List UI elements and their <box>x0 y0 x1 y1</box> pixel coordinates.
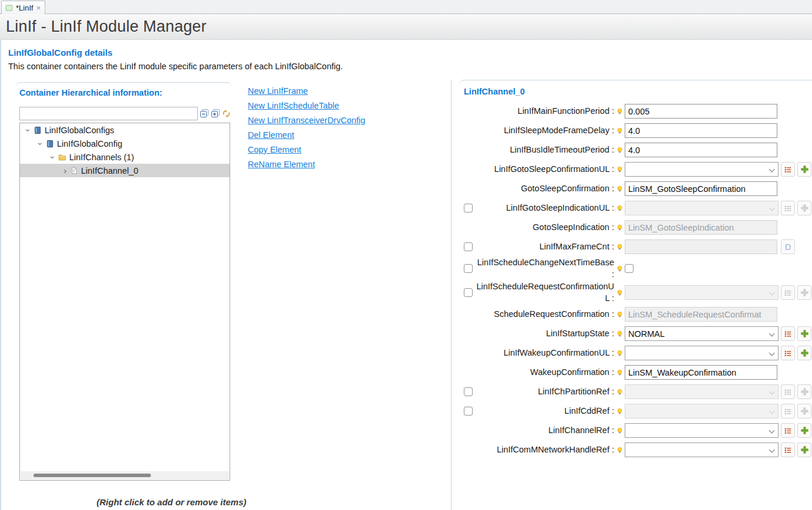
default-value-button[interactable]: D <box>781 239 795 254</box>
button-slot <box>797 162 811 177</box>
field-label: LinIfWakeupConfirmationUL : <box>474 347 614 359</box>
action-link-new-liniftransceiverdrvconfig[interactable]: New LinIfTransceiverDrvConfig <box>248 113 365 128</box>
field-row-linifsleepmodeframedelay: LinIfSleepModeFrameDelay : <box>459 121 812 140</box>
list-icon <box>784 166 792 174</box>
field-enable-checkbox[interactable] <box>464 264 473 273</box>
browse-list-button[interactable] <box>781 162 795 177</box>
field-input[interactable] <box>625 104 777 119</box>
field-label: LinIfMainFunctionPeriod : <box>474 106 614 117</box>
field-dropdown <box>625 404 779 418</box>
scrollbar-thumb[interactable] <box>33 474 151 477</box>
add-reference-button[interactable] <box>797 326 811 341</box>
browse-list-button <box>781 404 795 418</box>
field-enable-checkbox[interactable] <box>464 242 473 251</box>
chevron-down-icon <box>769 389 775 395</box>
default-button-label: D <box>785 242 791 252</box>
list-icon <box>784 388 792 396</box>
field-row-linifmainfunctionperiod: LinIfMainFunctionPeriod : <box>459 102 812 121</box>
add-reference-button[interactable] <box>797 443 811 457</box>
editor-tab-bar: *LinIf × <box>0 0 812 14</box>
action-link-new-linifframe[interactable]: New LinIfFrame <box>248 84 308 99</box>
plus-icon <box>800 204 809 212</box>
action-link-copy-element[interactable]: Copy Element <box>248 143 301 157</box>
field-row-linifgotosleepconfirmationul: LinIfGotoSleepConfirmationUL : <box>459 160 812 179</box>
field-label: LinIfGotoSleepConfirmationUL : <box>474 164 614 175</box>
browse-list-button <box>781 201 795 215</box>
hint-bulb-icon <box>614 369 625 377</box>
section-description: This container containers the LinIf modu… <box>8 62 343 71</box>
boolean-value-checkbox[interactable] <box>625 264 634 273</box>
field-row-linifschedulerequestconfirmationul: LinIfScheduleRequestConfirmationUL : <box>459 281 812 305</box>
context-menu-hint: (Right click to add or remove items) <box>25 497 318 507</box>
field-label: LinIfComMNetworkHandleRef : <box>474 444 614 456</box>
chevron-down-icon <box>769 290 775 296</box>
field-row-linifgotosleepindicationul: LinIfGotoSleepIndicationUL : <box>459 198 812 218</box>
plus-icon <box>800 445 809 454</box>
field-label: WakeupConfirmation : <box>474 367 614 379</box>
button-slot <box>797 423 811 438</box>
hint-bulb-icon <box>614 447 625 454</box>
field-enable-checkbox[interactable] <box>464 407 473 416</box>
field-input[interactable] <box>625 143 777 157</box>
field-label: LinIfScheduleRequestConfirmationUL : <box>474 281 614 304</box>
field-input[interactable] <box>625 181 777 196</box>
tree-item-linifglobalconfigs[interactable]: ›LinIfGlobalConfigs <box>20 123 230 137</box>
action-link-del-element[interactable]: Del Element <box>248 128 294 143</box>
add-reference-button[interactable] <box>797 346 811 360</box>
field-control <box>625 346 779 360</box>
chevron-down-icon[interactable]: › <box>23 126 33 135</box>
field-dropdown[interactable] <box>625 346 779 360</box>
browse-list-button[interactable] <box>781 443 795 457</box>
horizontal-scrollbar[interactable] <box>21 471 229 479</box>
button-slot <box>797 285 811 300</box>
field-enable-checkbox[interactable] <box>464 387 473 396</box>
tree-item-label: LinIfGlobalConfigs <box>45 126 114 135</box>
field-input[interactable] <box>625 123 777 138</box>
field-dropdown[interactable] <box>625 423 779 438</box>
field-dropdown[interactable]: NORMAL <box>625 326 779 341</box>
browse-list-button[interactable] <box>781 423 795 438</box>
field-enable-checkbox[interactable] <box>464 288 473 297</box>
enable-checkbox-slot <box>459 387 474 396</box>
browse-list-button[interactable] <box>781 346 795 360</box>
tree-item-label: LinIfChannel_0 <box>81 166 139 175</box>
chevron-down-icon <box>769 205 775 211</box>
close-icon[interactable]: × <box>36 4 41 12</box>
action-link-new-linifscheduletable[interactable]: New LinIfScheduleTable <box>248 99 339 113</box>
action-links: New LinIfFrameNew LinIfScheduleTableNew … <box>248 84 450 172</box>
enable-checkbox-slot <box>459 407 474 416</box>
expand-all-icon[interactable] <box>210 109 220 119</box>
button-slot <box>797 201 811 215</box>
panel-divider <box>451 80 452 510</box>
field-input <box>625 307 777 322</box>
field-row-linifchpartitionref: LinIfChPartitionRef : <box>459 382 812 401</box>
tree-item-linifchannels-1[interactable]: ›LinIfChannels (1) <box>20 150 230 164</box>
action-link-rename-element[interactable]: ReName Element <box>248 157 315 172</box>
add-reference-button <box>797 384 811 399</box>
collapse-all-icon[interactable] <box>199 109 209 119</box>
chevron-down-icon <box>769 167 775 173</box>
field-enable-checkbox[interactable] <box>464 204 473 212</box>
add-reference-button[interactable] <box>797 162 811 177</box>
add-reference-button[interactable] <box>797 423 811 438</box>
refresh-icon[interactable] <box>221 109 231 119</box>
enable-checkbox-slot <box>459 264 474 273</box>
field-label: LinIfBusIdleTimeoutPeriod : <box>474 144 614 156</box>
button-slot <box>781 423 795 438</box>
tab-linif[interactable]: *LinIf × <box>1 1 45 14</box>
chevron-down-icon[interactable]: › <box>48 153 58 162</box>
hint-bulb-icon <box>614 205 625 212</box>
plus-icon <box>800 426 809 435</box>
field-dropdown <box>625 285 779 300</box>
tree-item-linifchannel-0[interactable]: ›LinIfChannel_0 <box>20 164 230 177</box>
tree-filter-input[interactable] <box>19 107 198 120</box>
field-input[interactable] <box>625 365 777 380</box>
chevron-right-icon[interactable]: › <box>60 166 70 175</box>
tree-item-linifglobalconfig[interactable]: ›LinIfGlobalConfig <box>20 137 230 150</box>
chevron-down-icon <box>769 408 775 414</box>
field-dropdown[interactable] <box>625 162 779 177</box>
browse-list-button[interactable] <box>781 326 795 341</box>
field-dropdown[interactable] <box>625 443 779 457</box>
chevron-down-icon[interactable]: › <box>36 139 45 148</box>
plus-icon <box>800 288 809 297</box>
